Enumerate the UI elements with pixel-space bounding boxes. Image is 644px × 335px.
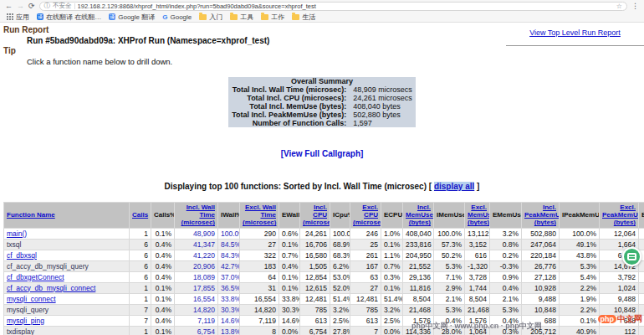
metric-cell: 50.2% (434, 250, 465, 260)
column-header-incl-wall-time-microsec[interactable]: Incl. Wall Time (microsec) (175, 203, 218, 229)
metric-cell: 6 (130, 271, 151, 282)
metric-cell: 33.8% (218, 293, 240, 304)
column-header-incl-memuse-bytes[interactable]: Incl. MemUse (bytes) (403, 203, 434, 229)
function-link[interactable]: cf_accy_db_mysqli_query (7, 262, 89, 271)
metric-cell: 14.6% (218, 315, 240, 326)
metric-cell: 0.1% (151, 293, 175, 304)
bookmark-item[interactable]: 生活 (292, 13, 315, 22)
bookmark-item[interactable]: 工具 (230, 13, 253, 22)
function-link[interactable]: cf_accy_db_mysqli_connect (7, 284, 95, 292)
bookmark-item[interactable]: 入门 (199, 13, 222, 22)
metric-cell: -1,320 (465, 260, 490, 271)
function-link[interactable]: mysqli_query (7, 306, 49, 314)
metric-cell: 1.9% (560, 293, 600, 304)
metric-cell: 100.0% (434, 228, 465, 239)
function-link[interactable]: txdisplay (7, 327, 34, 335)
refresh-icon[interactable]: ⟳ (28, 0, 35, 12)
metric-cell: 7 (350, 326, 381, 335)
metric-cell: 100.0% (218, 228, 240, 239)
metric-cell: 33.8% (279, 293, 300, 304)
metric-cell: 26,776 (522, 260, 560, 271)
folder-icon (199, 14, 207, 20)
apps-button[interactable]: 应用 (7, 13, 29, 22)
metric-cell: 616 (465, 250, 490, 260)
info-icon[interactable]: ⓘ (44, 2, 51, 10)
bookmark-star-icon[interactable]: ☆ (616, 3, 622, 10)
bookmark-item[interactable]: 工作 (261, 13, 284, 22)
metric-cell: 1 (130, 326, 151, 335)
column-header-excl-wall-time-microsec[interactable]: Excl. Wall Time (microsec) (240, 203, 279, 229)
metric-cell: 14,820 (240, 304, 279, 315)
metric-cell: 42.7% (218, 260, 240, 271)
metric-cell: 3,728 (465, 271, 490, 282)
metric-cell: 6,754 (300, 326, 330, 335)
apps-label: 应用 (16, 13, 29, 22)
security-label: 不安全 (53, 2, 72, 10)
metric-cell: 322 (240, 250, 279, 260)
metric-cell: 84.3% (218, 250, 240, 260)
address-bar[interactable]: ⓘ 不安全 192.168.2.129:8868/xhprof_html/ind… (39, 2, 627, 11)
translate-icon: 译 (37, 13, 43, 20)
function-link[interactable]: txsql (7, 240, 21, 249)
tip-label: Tip (3, 46, 641, 55)
metric-cell: 0.8% (490, 239, 522, 250)
bookmark-label: 在线翻译 在线翻… (46, 13, 101, 22)
bookmark-label: 入门 (209, 13, 222, 22)
metric-cell: 0.2% (639, 282, 644, 293)
metric-cell: 48,909 (175, 228, 218, 239)
metric-cell: 9,488 (522, 293, 560, 304)
metric-cell: 785 (350, 304, 381, 315)
metric-cell: 0.1% (381, 282, 403, 293)
column-header-excl-memuse-bytes[interactable]: Excl. MemUse (bytes) (465, 203, 490, 229)
column-header-incl-cpu-microsecs[interactable]: Incl. CPU (microsecs) (300, 203, 330, 229)
metric-cell: 0.8% (639, 271, 644, 282)
browser-menu-icon[interactable]: ⋮ (631, 2, 639, 10)
function-name-cell: txsql (4, 239, 130, 250)
summary-value: 48,909 microsecs (350, 85, 416, 94)
metric-cell: 114,336 (403, 326, 434, 335)
function-name-cell: mysqli_query (4, 304, 130, 315)
metric-cell: 53.0% (330, 271, 350, 282)
function-link[interactable]: main() (7, 229, 27, 238)
function-link[interactable]: mysqli_connect (7, 295, 56, 303)
metric-cell: 1,024 (600, 282, 639, 293)
function-link[interactable]: cf_dbxsql (7, 251, 37, 260)
column-header-function-name[interactable]: Function Name (4, 203, 130, 229)
metric-cell: 12,064 (600, 228, 639, 239)
metric-cell: 100.0% (330, 228, 350, 239)
forward-icon[interactable]: → (17, 0, 24, 12)
metric-cell: 1.0% (381, 228, 403, 239)
back-icon[interactable]: ← (5, 0, 13, 12)
metric-cell: 20,906 (175, 260, 218, 271)
google-icon: G (162, 13, 167, 21)
view-top-level-link[interactable]: View Top Level Run Report (529, 28, 621, 37)
function-link[interactable]: mysqli_ping (7, 317, 44, 325)
function-link[interactable]: cf_dbxgetConnect (7, 273, 64, 281)
metric-cell: 5.3% (434, 304, 465, 315)
summary-row: Total Incl. MemUse (bytes):408,040 bytes (228, 102, 415, 111)
function-name-cell: cf_dbxsql (4, 250, 130, 260)
metric-cell: 8 (240, 326, 279, 335)
metric-cell: 7.1% (434, 271, 465, 282)
view-full-callgraph-link[interactable]: [View Full Callgraph] (281, 149, 364, 158)
floating-chat-widget[interactable] (622, 247, 641, 266)
metric-cell: 3.2% (330, 304, 350, 315)
bookmark-label: 工作 (271, 13, 284, 22)
column-header-calls[interactable]: Calls (130, 203, 151, 229)
column-header-excl-peakmemuse-bytes[interactable]: Excl. PeakMemUse (bytes) (600, 203, 639, 229)
bookmark-item[interactable]: 译Google 翻译 (109, 13, 155, 22)
metric-cell: 3.2% (381, 304, 403, 315)
metric-cell: 220,184 (522, 250, 560, 260)
metric-cell: 100.0% (560, 228, 600, 239)
summary-label: Total Incl. PeakMemUse (bytes): (228, 111, 350, 119)
column-header-excl-cpu-microsec[interactable]: Excl. CPU (microsec) (350, 203, 381, 229)
bookmark-item[interactable]: 译在线翻译 在线翻… (37, 13, 101, 22)
bookmark-item[interactable]: GGoogle (162, 13, 192, 21)
metric-cell: 0.0% (279, 326, 300, 335)
metric-cell: 6.2% (330, 260, 350, 271)
display-all-link[interactable]: display all (434, 182, 474, 191)
metric-cell: 0.4% (151, 250, 175, 260)
metric-cell: 31 (240, 282, 279, 293)
column-header-ipeakmemuse: IPeakMemUse% (560, 203, 600, 229)
column-header-incl-peakmemuse-bytes[interactable]: Incl. PeakMemUse (bytes) (522, 203, 560, 229)
